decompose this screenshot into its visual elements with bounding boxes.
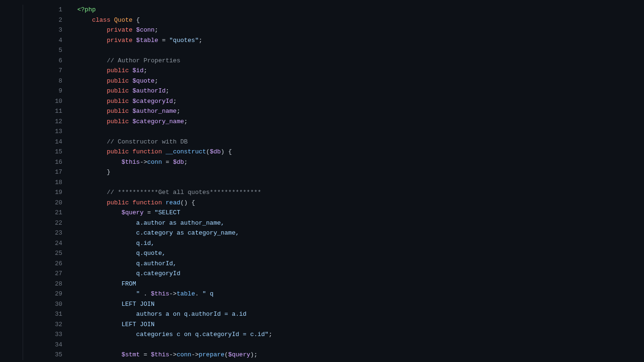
line-number: 17 (23, 167, 62, 177)
code-editor[interactable]: 1234567891011121314151617181920212223242… (0, 0, 644, 360)
line-number: 6 (23, 56, 62, 66)
blank-line (77, 45, 644, 56)
code-line: categories c on q.categoryId = c.id"; (77, 329, 644, 340)
code-line: public $author_name; (77, 106, 644, 117)
line-number: 12 (23, 117, 62, 127)
line-number: 26 (23, 259, 62, 269)
line-number: 1 (23, 5, 62, 15)
line-number: 5 (23, 45, 62, 56)
line-number: 20 (23, 198, 62, 208)
code-line: public function __construct($db) { (77, 147, 644, 157)
line-number: 34 (23, 340, 62, 350)
code-line: public function read() { (77, 198, 644, 208)
code-line: LEFT JOIN (77, 320, 644, 330)
line-number: 16 (23, 157, 62, 168)
code-line: public $category_name; (77, 117, 644, 127)
code-line: $stmt = $this->conn->prepare($query); (77, 350, 644, 360)
code-line: q.authorId, (77, 259, 644, 269)
line-number: 18 (23, 177, 62, 188)
line-number: 32 (23, 320, 62, 330)
code-line: public $quote; (77, 76, 644, 86)
code-content[interactable]: <?php class Quote { private $conn; priva… (70, 5, 644, 360)
line-number: 15 (23, 147, 62, 157)
code-line: $query = "SELECT (77, 208, 644, 218)
code-line: <?php (77, 5, 644, 15)
code-line: q.categoryId (77, 269, 644, 279)
line-number: 30 (23, 299, 62, 310)
line-number: 27 (23, 269, 62, 279)
blank-line (77, 340, 644, 350)
code-line: a.author as author_name, (77, 218, 644, 228)
line-number: 25 (23, 248, 62, 259)
code-line: LEFT JOIN (77, 299, 644, 310)
blank-line (77, 177, 644, 188)
line-number: 33 (23, 329, 62, 340)
line-number: 22 (23, 218, 62, 228)
blank-line (77, 126, 644, 137)
code-line: // Constructor with DB (77, 137, 644, 147)
line-number: 3 (23, 25, 62, 35)
line-number: 8 (23, 76, 62, 86)
line-number: 7 (23, 66, 62, 76)
code-line: public $categoryId; (77, 96, 644, 107)
line-number: 19 (23, 187, 62, 198)
line-number: 13 (23, 126, 62, 137)
line-number: 14 (23, 137, 62, 147)
code-line: FROM (77, 279, 644, 289)
line-number-gutter: 1234567891011121314151617181920212223242… (23, 5, 70, 360)
code-line: $this->conn = $db; (77, 157, 644, 168)
code-line: q.id, (77, 238, 644, 249)
code-line: q.quote, (77, 248, 644, 259)
line-number: 29 (23, 289, 62, 299)
code-line: // ***********Get all quotes************… (77, 187, 644, 198)
line-number: 2 (23, 15, 62, 25)
line-number: 9 (23, 86, 62, 96)
code-line: " . $this->table. " q (77, 289, 644, 299)
code-line: // Author Properties (77, 56, 644, 66)
code-line: authors a on q.authorId = a.id (77, 309, 644, 320)
code-line: c.category as category_name, (77, 228, 644, 238)
code-line: private $conn; (77, 25, 644, 35)
line-number: 23 (23, 228, 62, 238)
line-number: 28 (23, 279, 62, 289)
code-line: public $id; (77, 66, 644, 76)
code-line: public $authorId; (77, 86, 644, 96)
line-number: 11 (23, 106, 62, 117)
line-number: 24 (23, 238, 62, 249)
line-number: 35 (23, 350, 62, 360)
line-number: 10 (23, 96, 62, 107)
line-number: 21 (23, 208, 62, 218)
code-line: } (77, 167, 644, 177)
line-number: 31 (23, 309, 62, 320)
code-line: class Quote { (77, 15, 644, 25)
line-number: 4 (23, 35, 62, 46)
code-line: private $table = "quotes"; (77, 35, 644, 46)
